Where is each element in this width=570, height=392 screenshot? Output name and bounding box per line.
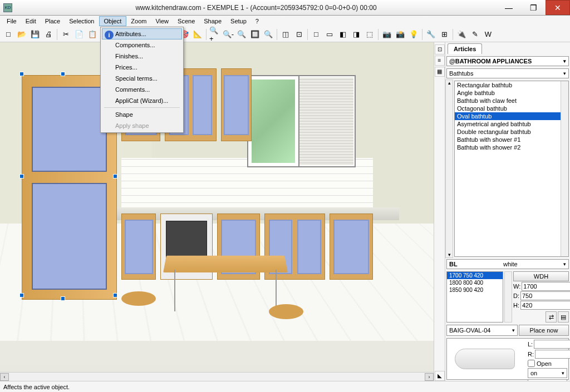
dimensions-list[interactable]: 1700 750 4201800 800 4001850 900 420 <box>446 271 503 322</box>
toolbar-button-25[interactable]: ⬚ <box>363 28 376 41</box>
scroll-down-icon[interactable]: ▾ <box>446 252 453 257</box>
menu-help[interactable]: ? <box>251 17 263 26</box>
toolbar-button-13[interactable]: 📐 <box>191 28 204 41</box>
article-item[interactable]: Angle bathtub <box>455 89 568 97</box>
menu-scene[interactable]: Scene <box>173 17 199 26</box>
selection-handle[interactable] <box>113 293 117 297</box>
menu-shape[interactable]: Shape <box>199 17 226 26</box>
toolbar-button-1[interactable]: 📂 <box>16 28 28 41</box>
selection-handle[interactable] <box>61 72 65 76</box>
article-item[interactable]: Octagonal bathtub <box>455 105 568 112</box>
toolbar-button-20[interactable]: ⊡ <box>293 28 305 41</box>
selection-handle[interactable] <box>61 296 65 301</box>
toolbar-button-23[interactable]: ◧ <box>337 28 349 41</box>
article-item[interactable]: Bathtub with claw feet <box>455 97 568 105</box>
article-item[interactable]: Bathtub with shower #1 <box>455 136 568 143</box>
toolbar-button-26[interactable]: 📷 <box>381 28 393 41</box>
menu-edit[interactable]: Edit <box>21 17 41 26</box>
menu-setup[interactable]: Setup <box>226 17 251 26</box>
toolbar-button-22[interactable]: ▭ <box>323 28 336 41</box>
dim-vscroll[interactable] <box>504 271 512 322</box>
w-input[interactable] <box>522 282 570 291</box>
toolbar-button-0[interactable]: □ <box>2 28 14 41</box>
menu-special-terms[interactable]: Special terms... <box>102 73 182 84</box>
selection-handle[interactable] <box>19 174 24 178</box>
menu-comments[interactable]: Comments... <box>102 84 182 95</box>
toolbar-button-28[interactable]: 💡 <box>407 28 420 41</box>
r-input[interactable] <box>535 350 570 359</box>
toolbar-button-19[interactable]: ◫ <box>279 28 292 41</box>
dimension-item[interactable]: 1850 900 420 <box>447 286 503 294</box>
toolbar-button-27[interactable]: 📸 <box>394 28 406 41</box>
layer-icon[interactable]: ≡ <box>435 56 445 66</box>
list-vscroll-right[interactable] <box>561 81 568 256</box>
floor-icon[interactable]: ▦ <box>435 67 445 77</box>
toolbar-button-4[interactable]: ✂ <box>60 28 72 41</box>
close-button[interactable]: ✕ <box>546 0 570 15</box>
l-input[interactable] <box>534 340 570 349</box>
menu-view[interactable]: View <box>151 17 173 26</box>
toolbar-button-18[interactable]: 🔍 <box>262 28 274 41</box>
menu-object[interactable]: Object <box>99 16 127 26</box>
reference-combo[interactable]: BAIG-OVAL-04 ▾ <box>446 325 518 336</box>
catalog-combo[interactable]: @BATHROOM APPLIANCES ▾ <box>446 56 569 66</box>
article-item[interactable]: Rectangular bathtub <box>455 81 568 89</box>
3d-viewport[interactable] <box>0 42 434 372</box>
minimize-button[interactable]: — <box>497 0 521 15</box>
toolbar-button-21[interactable]: □ <box>310 28 322 41</box>
toolbar-button-15[interactable]: 🔍- <box>222 28 234 41</box>
open-checkbox[interactable] <box>528 360 535 367</box>
toolbar-button-29[interactable]: 🔧 <box>425 28 437 41</box>
list-vscroll-left[interactable]: ▴ ▾ <box>445 80 453 258</box>
menu-prices[interactable]: Prices... <box>102 62 182 73</box>
swap-icon[interactable]: ⇄ <box>546 311 557 322</box>
menu-selection[interactable]: Selection <box>65 17 99 26</box>
menu-zoom[interactable]: Zoom <box>126 17 151 26</box>
selection-handle[interactable] <box>19 293 24 297</box>
tab-articles[interactable]: Articles <box>448 43 482 54</box>
article-item[interactable]: Double rectangular bathtub <box>455 128 568 136</box>
toolbar-button-24[interactable]: ◨ <box>350 28 362 41</box>
fit-icon[interactable]: ⊡ <box>435 44 445 54</box>
toolbar-button-2[interactable]: 💾 <box>29 28 41 41</box>
toolbar-button-5[interactable]: 📄 <box>73 28 85 41</box>
toolbar-button-3[interactable]: 🖨 <box>42 28 55 41</box>
dimension-item[interactable]: 1700 750 420 <box>447 272 503 279</box>
category-combo[interactable]: Bathtubs ▾ <box>446 68 569 78</box>
h-input[interactable] <box>520 301 570 310</box>
toolbar-button-14[interactable]: 🔍+ <box>209 28 221 41</box>
d-input[interactable] <box>520 291 570 300</box>
menu-file[interactable]: File <box>2 17 21 26</box>
selection-handle[interactable] <box>113 174 117 178</box>
menu-finishes[interactable]: Finishes... <box>102 51 182 62</box>
toolbar-button-30[interactable]: ⊞ <box>438 28 450 41</box>
place-now-button[interactable]: Place now <box>519 325 569 336</box>
toolbar-button-31[interactable]: 🔌 <box>455 28 468 41</box>
menu-components[interactable]: Components... <box>102 39 182 51</box>
toolbar-button-16[interactable]: 🔍 <box>235 28 248 41</box>
on-combo[interactable]: on ▾ <box>528 368 567 378</box>
menu-place[interactable]: Place <box>41 17 65 26</box>
menu-attributes[interactable]: i Attributes... <box>102 28 182 39</box>
toolbar-button-33[interactable]: W <box>482 28 494 41</box>
article-item[interactable]: Oval bathtub <box>455 112 568 120</box>
article-item[interactable]: Bathtub with shower #2 <box>455 143 568 151</box>
articles-list[interactable]: Rectangular bathtubAngle bathtubBathtub … <box>454 81 569 257</box>
selection-handle[interactable] <box>19 72 24 76</box>
list-icon[interactable]: ▤ <box>558 311 569 322</box>
color-combo[interactable]: BL white ▾ <box>446 259 569 269</box>
menu-shape-item[interactable]: Shape <box>102 109 182 120</box>
preview-3d[interactable] <box>447 339 527 379</box>
open-checkbox-row[interactable]: Open <box>528 360 567 367</box>
horizontal-scrollbar[interactable]: ‹ › <box>0 372 434 381</box>
scroll-up-icon[interactable]: ▴ <box>446 80 453 86</box>
menu-applicat[interactable]: AppliCat (Wizard)... <box>102 95 182 106</box>
scroll-right-button[interactable]: › <box>425 373 434 381</box>
angle-icon[interactable]: ◣ <box>435 371 445 381</box>
toolbar-button-17[interactable]: 🔲 <box>249 28 261 41</box>
article-item[interactable]: Asymetrical angled bathtub <box>455 120 568 128</box>
toolbar-button-32[interactable]: ✎ <box>469 28 481 41</box>
maximize-button[interactable]: ❐ <box>521 0 546 15</box>
dimension-item[interactable]: 1800 800 400 <box>447 279 503 286</box>
wdh-button[interactable]: WDH <box>513 271 569 281</box>
